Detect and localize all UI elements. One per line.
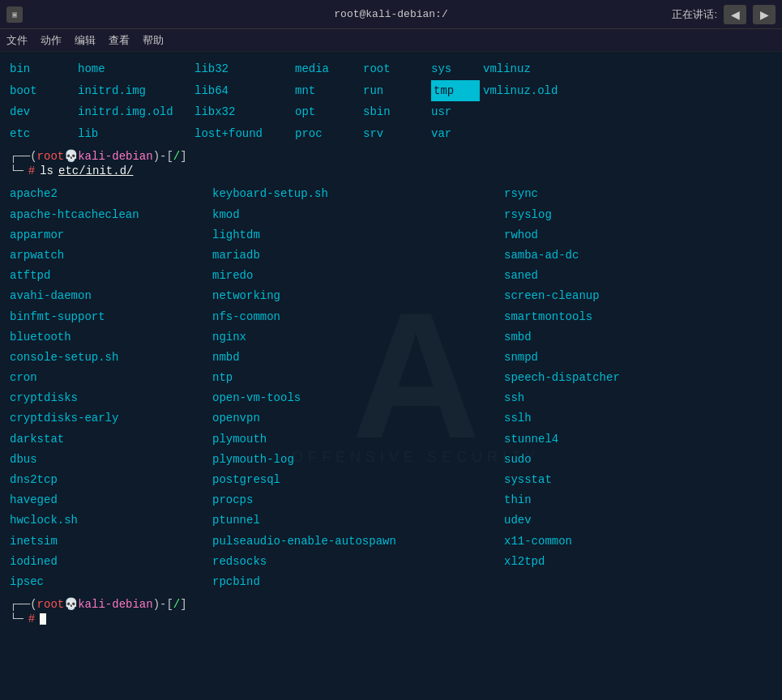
list-item: plymouth <box>212 429 504 450</box>
list-item: apparmor <box>10 225 212 245</box>
dir-sbin: sbin <box>363 101 428 123</box>
list-item: miredo <box>212 266 504 286</box>
list-item: thin <box>504 490 666 510</box>
list-item: smartmontools <box>504 307 666 327</box>
dir-bin: bin <box>10 58 75 80</box>
titlebar-left: ▣ <box>6 6 23 23</box>
menu-view[interactable]: 查看 <box>109 33 130 48</box>
list-item: postgresql <box>212 470 504 490</box>
list-item: ntp <box>212 368 504 388</box>
list-item: speech-dispatcher <box>504 368 666 388</box>
list-item: ssh <box>504 388 666 408</box>
dir-lib: lib <box>78 123 191 145</box>
list-item: rsync <box>504 184 666 204</box>
prompt2-bracket-end: ] <box>180 598 186 611</box>
prompt1-connector: ┌──( <box>10 150 37 163</box>
list-item: haveged <box>10 490 212 510</box>
titlebar-right: 正在讲话: ◀ ▶ <box>672 5 776 24</box>
list-item: apache-htcacheclean <box>10 205 212 225</box>
list-item: nmbd <box>212 348 504 368</box>
prompt1: ┌──(root💀kali-debian)-[/] <box>10 149 772 163</box>
list-item: saned <box>504 266 666 286</box>
command-line2: └─# <box>10 612 772 625</box>
menu-action[interactable]: 动作 <box>41 33 62 48</box>
dir-lost-found: lost+found <box>194 123 292 145</box>
cmd-arg: etc/init.d/ <box>58 164 133 177</box>
initd-col1: apache2 apache-htcacheclean apparmor arp… <box>10 184 212 592</box>
list-item: sslh <box>504 408 666 429</box>
dir-mnt: mnt <box>295 80 360 102</box>
list-item: rpcbind <box>212 572 504 592</box>
list-item: binfmt-support <box>10 307 212 327</box>
next-button[interactable]: ▶ <box>753 5 776 24</box>
list-item: plymouth-log <box>212 450 504 470</box>
list-item: ipsec <box>10 572 212 592</box>
list-item: nfs-common <box>212 307 504 327</box>
dir-tmp: tmp <box>431 80 480 102</box>
titlebar-title: root@kali-debian:/ <box>334 8 447 20</box>
prompt1-skull: 💀 <box>64 149 78 163</box>
list-item: avahi-daemon <box>10 286 212 306</box>
menu-help[interactable]: 帮助 <box>143 33 164 48</box>
menubar: 文件 动作 编辑 查看 帮助 <box>0 29 782 52</box>
list-item: dbus <box>10 450 212 470</box>
terminal-body[interactable]: A OFFENSIVE SECURITY bin home lib32 medi… <box>0 52 782 700</box>
dir-srv: srv <box>363 123 428 145</box>
dir-initrd-img: initrd.img <box>78 80 191 102</box>
dir-vmlinuz-old: vmlinuz.old <box>483 80 588 102</box>
list-item: x11-common <box>504 531 666 552</box>
list-item: keyboard-setup.sh <box>212 184 504 204</box>
list-item: nginx <box>212 327 504 348</box>
list-item: ptunnel <box>212 510 504 531</box>
prompt2-dir: / <box>173 598 180 611</box>
root-ls-grid: bin home lib32 media root sys vmlinuz bo… <box>10 58 772 144</box>
list-item: darkstat <box>10 429 212 450</box>
prompt2-host: kali-debian <box>78 598 152 611</box>
list-item: xl2tpd <box>504 552 666 572</box>
terminal-content: bin home lib32 media root sys vmlinuz bo… <box>10 58 772 625</box>
list-item: hwclock.sh <box>10 510 212 531</box>
dir-run: run <box>363 80 428 102</box>
initd-col3: rsync rsyslog rwhod samba-ad-dc saned sc… <box>504 184 666 592</box>
list-item: stunnel4 <box>504 429 666 450</box>
dir-etc: etc <box>10 123 75 145</box>
prompt1-host: kali-debian <box>78 150 152 163</box>
menu-file[interactable]: 文件 <box>6 33 28 48</box>
list-item: openvpn <box>212 408 504 429</box>
dir-empty2 <box>483 123 588 145</box>
list-item: iodined <box>10 552 212 572</box>
initd-col2: keyboard-setup.sh kmod lightdm mariadb m… <box>212 184 504 592</box>
prev-button[interactable]: ◀ <box>724 5 746 24</box>
prompt2-bracket: )-[ <box>153 598 173 611</box>
dir-media: media <box>295 58 360 80</box>
speaking-label: 正在讲话: <box>672 7 717 22</box>
list-item-bluetooth: bluetooth <box>10 327 212 348</box>
prompt1-bracket: )-[ <box>153 150 173 163</box>
cursor <box>40 613 46 625</box>
list-item: sysstat <box>504 470 666 490</box>
dir-boot: boot <box>10 80 75 102</box>
list-item: cryptdisks-early <box>10 408 212 429</box>
list-item: lightdm <box>212 225 504 245</box>
prompt1-bracket-end: ] <box>180 150 186 163</box>
list-item: procps <box>212 490 504 510</box>
list-item: smbd <box>504 327 666 348</box>
list-item: sudo <box>504 450 666 470</box>
titlebar: ▣ root@kali-debian:/ 正在讲话: ◀ ▶ <box>0 0 782 29</box>
prompt2-root: root <box>37 598 65 611</box>
dir-initrd-img-old: initrd.img.old <box>78 101 191 123</box>
menu-edit[interactable]: 编辑 <box>75 33 96 48</box>
list-item: samba-ad-dc <box>504 245 666 266</box>
prompt2-line2-prefix: └─ <box>10 612 24 625</box>
prompt2-skull: 💀 <box>64 597 78 611</box>
list-item: cryptdisks <box>10 388 212 408</box>
dir-lib64: lib64 <box>194 80 292 102</box>
dir-sys: sys <box>431 58 480 80</box>
prompt1-root: root <box>37 150 65 163</box>
list-item: screen-cleanup <box>504 286 666 306</box>
dir-home: home <box>78 58 191 80</box>
dir-proc: proc <box>295 123 360 145</box>
hash-symbol: # <box>28 164 35 177</box>
dir-empty1 <box>483 101 588 123</box>
prompt2: ┌──(root💀kali-debian)-[/] <box>10 597 772 611</box>
